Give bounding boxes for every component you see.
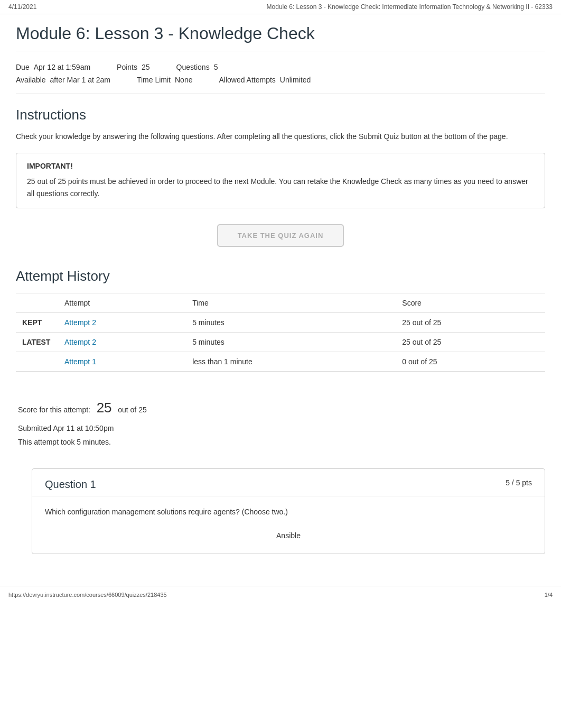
question-1-header: Question 1 5 / 5 pts <box>32 469 545 496</box>
meta-questions: Questions 5 <box>176 63 218 71</box>
take-quiz-button[interactable]: TAKE THE QUIZ AGAIN <box>217 224 344 247</box>
quiz-meta-row-2: Available after Mar 1 at 2am Time Limit … <box>16 73 545 86</box>
attempt-time: less than 1 minute <box>186 352 396 372</box>
attempt-score: 0 out of 25 <box>396 352 545 372</box>
attempt-label: LATEST <box>16 333 58 352</box>
question-1-title: Question 1 <box>45 478 96 491</box>
footer-url: https://devryu.instructure.com/courses/6… <box>8 592 167 598</box>
answer-ansible: Ansible <box>45 527 532 544</box>
meta-allowed-value: Unlimited <box>280 76 311 84</box>
attempt-link[interactable]: Attempt 2 <box>64 318 96 327</box>
score-duration: This attempt took 5 minutes. <box>18 435 543 449</box>
score-summary: Score for this attempt: 25 out of 25 Sub… <box>16 386 545 458</box>
meta-questions-value: 5 <box>214 63 218 71</box>
meta-points-label: Points <box>117 63 137 71</box>
col-time: Time <box>186 293 396 313</box>
meta-available: Available after Mar 1 at 2am <box>16 76 110 84</box>
table-row: LATESTAttempt 25 minutes25 out of 25 <box>16 333 545 352</box>
col-label <box>16 293 58 313</box>
instructions-title: Instructions <box>16 107 545 123</box>
meta-due-label: Due <box>16 63 30 71</box>
attempt-score: 25 out of 25 <box>396 333 545 352</box>
answer-ansible-label: Ansible <box>276 531 301 540</box>
top-bar-date: 4/11/2021 <box>8 3 36 11</box>
question-1-answers: Ansible <box>32 527 545 554</box>
table-row: Attempt 1less than 1 minute0 out of 25 <box>16 352 545 372</box>
footer: https://devryu.instructure.com/courses/6… <box>0 586 561 603</box>
important-title: IMPORTANT! <box>27 162 534 170</box>
attempt-history-table: Attempt Time Score KEPTAttempt 25 minute… <box>16 293 545 372</box>
table-row: KEPTAttempt 25 minutes25 out of 25 <box>16 313 545 333</box>
col-score: Score <box>396 293 545 313</box>
attempt-time: 5 minutes <box>186 313 396 333</box>
col-attempt: Attempt <box>58 293 186 313</box>
score-submitted: Submitted Apr 11 at 10:50pm <box>18 421 543 436</box>
meta-allowed: Allowed Attempts Unlimited <box>219 76 311 84</box>
question-1-body: Which configuration management solutions… <box>32 496 545 527</box>
meta-timelimit-label: Time Limit <box>137 76 171 84</box>
score-label: Score for this attempt: <box>18 406 90 414</box>
meta-timelimit: Time Limit None <box>137 76 193 84</box>
meta-available-label: Available <box>16 76 46 84</box>
meta-due-value: Apr 12 at 1:59am <box>34 63 90 71</box>
attempt-link-cell[interactable]: Attempt 2 <box>58 313 186 333</box>
attempt-score: 25 out of 25 <box>396 313 545 333</box>
top-bar-title: Module 6: Lesson 3 - Knowledge Check: In… <box>267 3 553 11</box>
footer-page: 1/4 <box>545 592 553 598</box>
meta-available-value: after Mar 1 at 2am <box>50 76 110 84</box>
attempt-link[interactable]: Attempt 1 <box>64 357 96 366</box>
score-number: 25 <box>97 400 112 416</box>
quiz-meta-row-1: Due Apr 12 at 1:59am Points 25 Questions… <box>16 61 545 73</box>
question-1-pts: 5 / 5 pts <box>506 478 532 487</box>
top-bar: 4/11/2021 Module 6: Lesson 3 - Knowledge… <box>0 0 561 14</box>
meta-questions-label: Questions <box>176 63 210 71</box>
attempt-link-cell[interactable]: Attempt 1 <box>58 352 186 372</box>
attempt-link-cell[interactable]: Attempt 2 <box>58 333 186 352</box>
score-outof: out of 25 <box>118 406 147 414</box>
attempt-time: 5 minutes <box>186 333 396 352</box>
instructions-body: Check your knowledge by answering the fo… <box>16 131 545 142</box>
meta-due: Due Apr 12 at 1:59am <box>16 63 90 71</box>
page-title: Module 6: Lesson 3 - Knowledge Check <box>16 14 545 51</box>
attempt-label <box>16 352 58 372</box>
attempt-history-title: Attempt History <box>16 268 545 284</box>
important-body: 25 out of 25 points must be achieved in … <box>27 176 534 199</box>
important-box: IMPORTANT! 25 out of 25 points must be a… <box>16 153 545 208</box>
question-1-box: Question 1 5 / 5 pts Which configuration… <box>32 468 545 554</box>
meta-timelimit-value: None <box>175 76 192 84</box>
meta-points: Points 25 <box>117 63 150 71</box>
meta-points-value: 25 <box>142 63 150 71</box>
attempt-link[interactable]: Attempt 2 <box>64 338 96 346</box>
meta-allowed-label: Allowed Attempts <box>219 76 275 84</box>
attempt-label: KEPT <box>16 313 58 333</box>
quiz-meta: Due Apr 12 at 1:59am Points 25 Questions… <box>16 61 545 94</box>
